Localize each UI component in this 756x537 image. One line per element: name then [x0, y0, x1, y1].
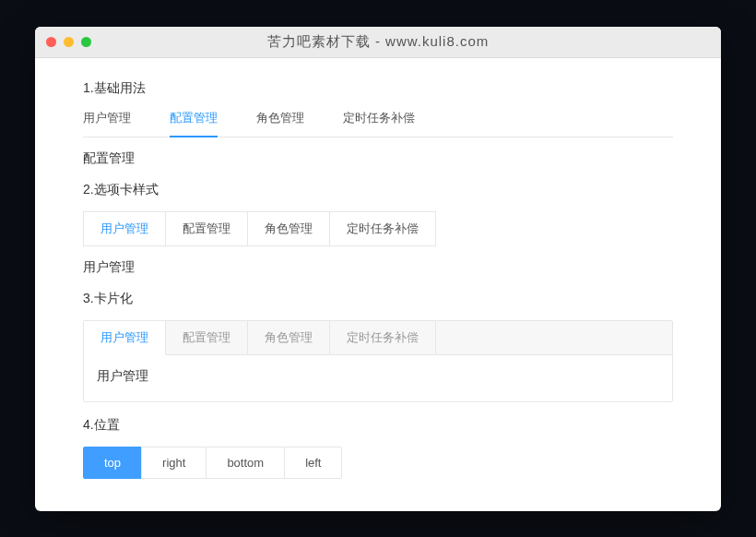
- section4-heading: 4.位置: [83, 417, 673, 434]
- app-window: 苦力吧素材下载 - www.kuli8.com 1.基础用法 用户管理 配置管理…: [35, 27, 721, 511]
- section2-tabs: 用户管理 配置管理 角色管理 定时任务补偿: [83, 211, 673, 246]
- minimize-icon[interactable]: [64, 37, 74, 47]
- tab-role-mgmt[interactable]: 角色管理: [248, 321, 330, 354]
- section2-content: 用户管理: [83, 259, 673, 276]
- tab-role-mgmt[interactable]: 角色管理: [256, 110, 304, 137]
- tab-scheduled-task[interactable]: 定时任务补偿: [330, 321, 436, 354]
- tab-scheduled-task[interactable]: 定时任务补偿: [329, 211, 436, 246]
- section2-heading: 2.选项卡样式: [83, 182, 673, 198]
- tab-config-mgmt[interactable]: 配置管理: [166, 321, 248, 354]
- btn-left[interactable]: left: [284, 447, 342, 479]
- window-title: 苦力吧素材下载 - www.kuli8.com: [35, 33, 721, 51]
- section1-tabs: 用户管理 配置管理 角色管理 定时任务补偿: [83, 110, 673, 137]
- section3-content: 用户管理: [84, 355, 672, 401]
- section1-content: 配置管理: [83, 150, 673, 167]
- window-controls: [35, 37, 91, 47]
- maximize-icon[interactable]: [81, 37, 91, 47]
- tab-config-mgmt[interactable]: 配置管理: [165, 211, 248, 246]
- btn-bottom[interactable]: bottom: [206, 447, 285, 479]
- section3-card: 用户管理 配置管理 角色管理 定时任务补偿 用户管理: [83, 320, 673, 402]
- tab-role-mgmt[interactable]: 角色管理: [247, 211, 330, 246]
- tab-user-mgmt[interactable]: 用户管理: [83, 110, 131, 137]
- close-icon[interactable]: [46, 37, 56, 47]
- tab-scheduled-task[interactable]: 定时任务补偿: [343, 110, 415, 137]
- titlebar: 苦力吧素材下载 - www.kuli8.com: [35, 27, 721, 58]
- btn-right[interactable]: right: [141, 447, 207, 479]
- section3-tabs: 用户管理 配置管理 角色管理 定时任务补偿: [84, 321, 672, 355]
- tab-config-mgmt[interactable]: 配置管理: [170, 110, 218, 137]
- content-area: 1.基础用法 用户管理 配置管理 角色管理 定时任务补偿 配置管理 2.选项卡样…: [35, 58, 721, 511]
- section3-heading: 3.卡片化: [83, 291, 673, 307]
- btn-top[interactable]: top: [83, 447, 142, 479]
- position-buttons: top right bottom left: [83, 447, 673, 479]
- section1-heading: 1.基础用法: [83, 80, 673, 97]
- tab-user-mgmt[interactable]: 用户管理: [84, 321, 166, 355]
- tab-user-mgmt[interactable]: 用户管理: [83, 211, 166, 246]
